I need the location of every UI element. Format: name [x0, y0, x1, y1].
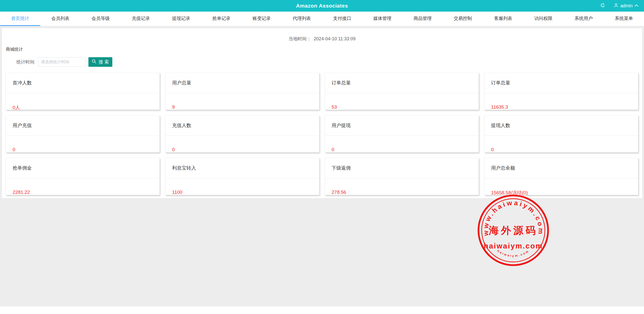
stat-card-grab-commission: 抢单佣金 2281.22 — [6, 158, 160, 195]
watermark-center-cn-text: 海外源码 — [489, 225, 538, 236]
watermark-stamp: www.haiwaiym.com 海外源码 haiwaiym.com haiwa… — [477, 194, 550, 267]
search-button-label: 搜 索 — [98, 59, 109, 65]
stat-card-title: 用户提现 — [325, 115, 479, 136]
stat-card-value: 15658.58/冻结(0) — [485, 190, 638, 196]
stats-grid: 首冲人数 0人 用户总量 9 订单总量 53 订单总量 11635.3 用户充值… — [6, 73, 638, 195]
user-menu[interactable]: admin — [610, 0, 642, 12]
stat-card-title: 抢单佣金 — [6, 158, 159, 178]
stat-card-value: 0 — [325, 147, 479, 152]
tab-trade-control[interactable]: 交易控制 — [443, 12, 483, 26]
bottom-strip — [0, 306, 644, 314]
filter-label: 统计时间 — [16, 59, 35, 65]
stat-card-total-users: 用户总量 9 — [165, 73, 319, 110]
stat-card-total-orders: 订单总量 53 — [325, 73, 479, 110]
tab-access-rights[interactable]: 访问权限 — [523, 12, 564, 26]
stat-card-total-order-amount: 订单总量 11635.3 — [484, 73, 638, 110]
magnifier-icon — [92, 59, 96, 65]
stat-card-title: 利息宝转入 — [165, 158, 319, 178]
stat-card-user-withdraw: 用户提现 0 — [325, 115, 479, 152]
local-time-value: 2024-04-10 11:33:09 — [314, 36, 356, 41]
stat-card-user-recharge: 用户充值 0 — [6, 115, 160, 152]
stat-card-title: 充值人数 — [165, 115, 319, 136]
tab-balance-change-records[interactable]: 账变记录 — [242, 12, 282, 26]
stat-card-interest-transfer-in: 利息宝转入 1100 — [165, 158, 319, 195]
tab-system-menu[interactable]: 系统菜单 — [604, 12, 644, 26]
stat-card-value: 278.56 — [325, 190, 479, 195]
stat-card-title: 用户总余额 — [485, 158, 638, 178]
tab-withdraw-records[interactable]: 提现记录 — [161, 12, 201, 26]
page: Amazon Associates admin — [0, 0, 644, 314]
topbar-right: admin — [596, 0, 642, 12]
user-icon — [614, 3, 619, 9]
tab-product-management[interactable]: 商品管理 — [402, 12, 443, 26]
content-panel: 当地时间：2024-04-10 11:33:09 商城统计 统计时间 搜 索 首… — [2, 28, 642, 198]
svg-text:www.haiwaiym.com: www.haiwaiym.com — [482, 199, 545, 236]
tab-media-management[interactable]: 媒体管理 — [362, 12, 402, 26]
tab-system-users[interactable]: 系统用户 — [563, 12, 604, 26]
filter-row: 统计时间 搜 索 — [2, 57, 642, 67]
tab-recharge-records[interactable]: 充值记录 — [121, 12, 161, 26]
watermark-inner-ring — [482, 199, 545, 262]
stat-time-input[interactable] — [38, 57, 86, 67]
stat-card-total-user-balance: 用户总余额 15658.58/冻结(0) — [484, 158, 638, 195]
stat-card-value: 0人 — [6, 104, 159, 111]
stat-card-subordinate-rebate: 下级返佣 278.56 — [325, 158, 479, 195]
stat-card-title: 用户充值 — [6, 115, 159, 136]
stat-card-value: 53 — [325, 104, 479, 110]
refresh-button[interactable] — [596, 0, 610, 12]
refresh-icon — [600, 3, 605, 9]
stat-card-title: 订单总量 — [485, 73, 638, 93]
stat-card-value: 11635.3 — [485, 104, 638, 110]
stat-card-title: 订单总量 — [325, 73, 479, 93]
tab-member-list[interactable]: 会员列表 — [40, 12, 81, 26]
tab-service-list[interactable]: 客服列表 — [483, 12, 523, 26]
stat-card-value: 0 — [485, 147, 638, 152]
section-title: 商城统计 — [2, 46, 642, 52]
app-title: Amazon Associates — [0, 3, 644, 9]
stat-card-recharge-users: 充值人数 0 — [165, 115, 319, 152]
local-time-row: 当地时间：2024-04-10 11:33:09 — [2, 28, 642, 42]
stat-card-value: 2281.22 — [6, 190, 159, 195]
search-button[interactable]: 搜 索 — [88, 57, 112, 67]
svg-text:haiwaiym.com: haiwaiym.com — [497, 249, 530, 257]
stat-card-first-recharge-users: 首冲人数 0人 — [6, 73, 160, 110]
main-nav: 首页统计 会员列表 会员等级 充值记录 提现记录 抢单记录 账变记录 代理列表 … — [0, 12, 644, 26]
tab-member-level[interactable]: 会员等级 — [81, 12, 121, 26]
stat-card-value: 1100 — [165, 190, 319, 195]
username-label: admin — [620, 3, 633, 9]
local-time-label: 当地时间： — [289, 36, 311, 41]
stat-card-title: 下级返佣 — [325, 158, 479, 178]
watermark-arc-top-text: www.haiwaiym.com — [482, 199, 545, 236]
stat-card-withdraw-users: 提现人数 0 — [484, 115, 638, 152]
stat-card-title: 提现人数 — [485, 115, 638, 136]
watermark-outer-ring — [479, 196, 548, 265]
stat-card-value: 0 — [6, 147, 159, 152]
topbar: Amazon Associates admin — [0, 0, 644, 12]
tab-agent-list[interactable]: 代理列表 — [282, 12, 322, 26]
tab-payment-interface[interactable]: 支付接口 — [322, 12, 362, 26]
watermark-center-en-text: haiwaiym.com — [484, 242, 543, 250]
stat-card-value: 0 — [165, 147, 319, 152]
stat-card-title: 用户总量 — [165, 73, 319, 93]
chevron-up-icon — [634, 4, 638, 8]
stat-card-value: 9 — [165, 104, 319, 110]
gray-gap — [0, 26, 644, 28]
tab-order-grab-records[interactable]: 抢单记录 — [201, 12, 242, 26]
tab-home-stats[interactable]: 首页统计 — [0, 12, 40, 26]
watermark-arc-bottom-text: haiwaiym.com — [497, 249, 530, 257]
stat-card-title: 首冲人数 — [6, 73, 159, 93]
